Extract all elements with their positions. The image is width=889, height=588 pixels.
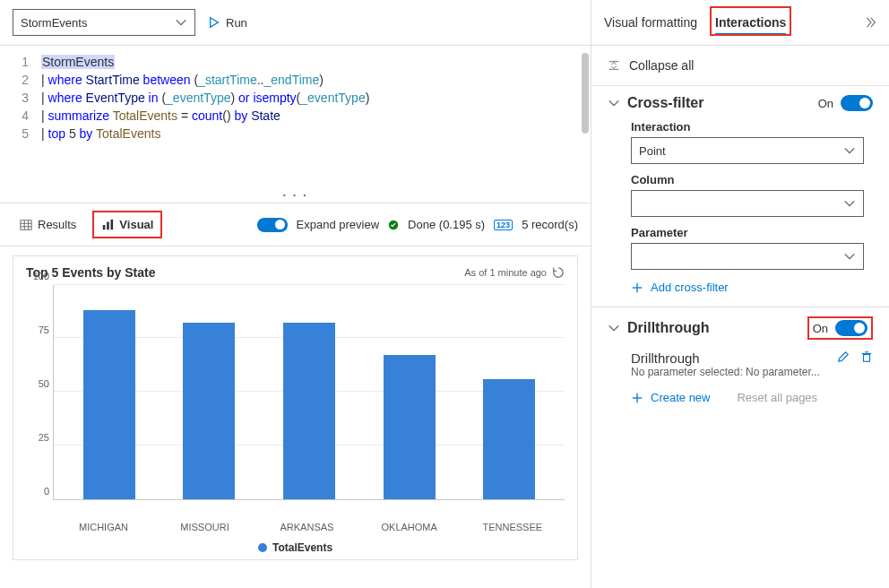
- add-cross-filter-button[interactable]: Add cross-filter: [631, 281, 873, 294]
- drill-item-title: Drillthrough: [631, 350, 837, 366]
- resize-handle[interactable]: · · ·: [0, 188, 591, 203]
- chart-asof: As of 1 minute ago: [464, 267, 547, 278]
- bar-michigan[interactable]: [83, 310, 135, 499]
- run-button[interactable]: Run: [208, 16, 247, 30]
- chevron-down-icon: [175, 16, 187, 29]
- edit-drill-button[interactable]: [837, 350, 850, 366]
- play-icon: [208, 16, 220, 29]
- refresh-icon[interactable]: [552, 266, 565, 279]
- line-gutter: 12345: [0, 46, 38, 188]
- bar-missouri[interactable]: [183, 323, 235, 499]
- svg-rect-7: [111, 219, 114, 229]
- bar-oklahoma[interactable]: [384, 355, 436, 499]
- record-count-badge: 123: [494, 220, 513, 230]
- chevron-down-icon[interactable]: [608, 322, 620, 334]
- xlabel: TENNESSEE: [483, 522, 535, 532]
- query-editor[interactable]: 12345 StormEvents | where StartTime betw…: [0, 45, 591, 188]
- plus-icon: [631, 392, 643, 404]
- section-drillthrough: Drillthrough On Drillthrough No paramete…: [591, 307, 889, 417]
- parameter-select[interactable]: [631, 243, 864, 270]
- expand-panel-icon[interactable]: [864, 16, 876, 29]
- legend-label: TotalEvents: [272, 541, 332, 554]
- drillthrough-toggle[interactable]: [835, 320, 867, 336]
- svg-rect-6: [107, 221, 109, 229]
- legend-swatch: [258, 543, 267, 552]
- datasource-select[interactable]: StormEvents: [13, 9, 195, 36]
- tab-interactions[interactable]: Interactions: [715, 9, 786, 36]
- interaction-select[interactable]: Point: [631, 137, 864, 164]
- bar-arkansas[interactable]: [283, 323, 335, 499]
- svg-rect-5: [103, 225, 106, 229]
- trash-icon: [860, 350, 873, 363]
- xlabel: MISSOURI: [179, 522, 231, 532]
- chart-card: Top 5 Events by State As of 1 minute ago…: [13, 255, 578, 560]
- plus-icon: [631, 281, 643, 294]
- svg-rect-0: [21, 220, 31, 229]
- section-cross-filter: Cross-filter On Interaction Point Column…: [591, 85, 889, 307]
- reset-all-pages-button[interactable]: Reset all pages: [737, 391, 817, 404]
- tab-visual[interactable]: Visual: [92, 211, 162, 238]
- delete-drill-button[interactable]: [860, 350, 873, 366]
- chevron-down-icon[interactable]: [608, 97, 620, 109]
- pencil-icon: [837, 350, 850, 363]
- collapse-all-button[interactable]: Collapse all: [591, 46, 889, 85]
- tab-visual-formatting[interactable]: Visual formatting: [604, 12, 697, 33]
- xlabel: MICHIGAN: [78, 522, 130, 532]
- expand-preview-label: Expand preview: [297, 218, 380, 231]
- datasource-value: StormEvents: [21, 16, 87, 30]
- column-label: Column: [631, 173, 873, 186]
- chevron-down-icon: [843, 144, 856, 157]
- run-label: Run: [226, 16, 247, 30]
- table-icon: [20, 219, 32, 231]
- drillthrough-title: Drillthrough: [627, 320, 800, 336]
- cross-filter-toggle[interactable]: [841, 95, 873, 111]
- tab-results[interactable]: Results: [13, 212, 83, 237]
- svg-rect-13: [864, 354, 870, 361]
- xlabel: ARKANSAS: [281, 522, 332, 532]
- bar-tennessee[interactable]: [483, 379, 535, 499]
- chevron-down-icon: [843, 250, 856, 263]
- status-text: Done (0.195 s): [408, 218, 485, 231]
- drill-item-subtitle: No parameter selected: No parameter...: [631, 366, 837, 378]
- cross-filter-title: Cross-filter: [627, 95, 811, 111]
- chevron-down-icon: [843, 197, 856, 210]
- column-select[interactable]: [631, 190, 864, 217]
- chart-plot[interactable]: [53, 285, 565, 500]
- collapse-all-icon: [608, 59, 620, 72]
- bar-chart-icon: [101, 219, 114, 231]
- expand-preview-toggle[interactable]: [257, 218, 288, 232]
- status-success-icon: [388, 220, 399, 230]
- interaction-label: Interaction: [631, 120, 873, 134]
- parameter-label: Parameter: [631, 226, 873, 239]
- editor-scrollbar[interactable]: [582, 53, 589, 134]
- record-count-label: 5 record(s): [522, 218, 578, 231]
- create-new-drill-button[interactable]: Create new: [631, 391, 710, 404]
- xlabel: OKLAHOMA: [382, 522, 434, 532]
